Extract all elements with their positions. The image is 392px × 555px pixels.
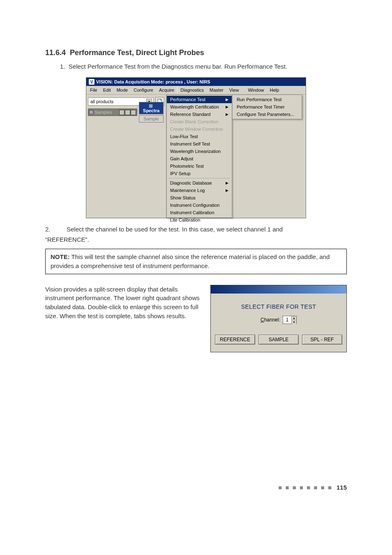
menu-diagnostics[interactable]: Diagnostics — [177, 87, 207, 93]
step-1: 1. Select Performance Test from the Diag… — [60, 63, 347, 70]
diagnostics-menu: Performance Test▶ Wavelength Certificati… — [166, 95, 232, 218]
submenu-arrow-icon: ▶ — [226, 97, 228, 102]
menu-separator — [168, 178, 230, 178]
note-text: This will test the sample channel also s… — [51, 253, 330, 269]
menu-instrument-configuration[interactable]: Instrument Configuration — [167, 201, 232, 209]
section-heading: 11.6.4 Performance Test, Direct Light Pr… — [45, 49, 347, 57]
step-2-prefix: 2. — [45, 226, 54, 233]
paragraph-split-screen: Vision provides a split-screen display t… — [45, 285, 205, 352]
section-title-text: Performance Test, Direct Light Probes — [70, 49, 204, 57]
menu-gain-adjust[interactable]: Gain Adjust — [167, 155, 232, 162]
submenu-run-performance-test[interactable]: Run Performance Test — [233, 96, 302, 103]
menu-wavelength-linearization[interactable]: Wavelength Linearization — [167, 148, 232, 155]
note-box: NOTE: This will test the sample channel … — [45, 249, 347, 274]
samples-window-title: Samples _ □ × — [88, 109, 137, 116]
submenu-arrow-icon: ▶ — [226, 112, 228, 116]
page-number: 115 — [337, 484, 347, 491]
step-2: 2. Select the channel to be used for the… — [45, 226, 347, 233]
menu-reference-standard[interactable]: Reference Standard▶ — [167, 111, 232, 118]
channel-value: 1 — [283, 316, 291, 324]
performance-test-submenu: Run Performance Test Performance Test Ti… — [232, 95, 302, 119]
reference-button[interactable]: REFERENCE — [215, 335, 255, 345]
samples-label: Samples — [95, 110, 112, 115]
titlebar-text: VISION: Data Acquisition Mode: process ,… — [96, 79, 210, 84]
menu-ipv-setup[interactable]: IPV Setup — [167, 170, 232, 177]
left-pane: all products ▼ Samples — [86, 95, 166, 218]
page-footer: ■ ■ ■ ■ ■ ■ ■ ■115 — [45, 484, 347, 491]
menu-configure[interactable]: Configure — [131, 87, 156, 93]
spin-down-icon[interactable]: ▼ — [291, 320, 296, 324]
maximize-icon[interactable]: □ — [125, 110, 130, 115]
spin-up-icon[interactable]: ▲ — [291, 316, 296, 320]
close-icon[interactable]: × — [131, 110, 136, 115]
channel-spinner[interactable]: 1 ▲ ▼ — [283, 316, 297, 324]
tab-sample[interactable]: Sample — [139, 115, 164, 123]
dialog-heading: SELECT FIBER FOR TEST — [215, 303, 342, 310]
menu-view[interactable]: View — [226, 87, 242, 93]
menu-create-window-correction: Create Window Correction — [167, 125, 232, 133]
app-window: V VISION: Data Acquisition Mode: process… — [86, 77, 306, 218]
note-label: NOTE: — [51, 253, 70, 260]
menu-maintenance-log[interactable]: Maintenance Log▶ — [167, 187, 232, 194]
menu-photometric-test[interactable]: Photometric Test — [167, 162, 232, 170]
select-fiber-dialog: SELECT FIBER FOR TEST Channel: 1 ▲ ▼ REF… — [210, 285, 347, 352]
menu-file[interactable]: File — [87, 87, 100, 93]
dialog-titlebar — [211, 285, 346, 294]
menu-instrument-self-test[interactable]: Instrument Self Test — [167, 140, 232, 148]
menu-instrument-calibration[interactable]: Instrument Calibration — [167, 209, 232, 216]
app-logo-icon: V — [89, 79, 95, 85]
menu-diagnostic-database[interactable]: Diagnostic Database▶ — [167, 179, 232, 187]
app-menubar: File Edit Mode Configure Acquire Diagnos… — [86, 86, 306, 95]
menu-lite-calibration[interactable]: Lite Calibration — [167, 216, 232, 224]
submenu-arrow-icon: ▶ — [226, 181, 228, 185]
submenu-arrow-icon: ▶ — [226, 188, 228, 192]
step-1-prefix: 1. — [60, 63, 65, 70]
menu-help[interactable]: Help — [267, 87, 282, 93]
sample-button[interactable]: SAMPLE — [258, 335, 299, 345]
product-dropdown-value: all products — [90, 99, 113, 104]
spectra-icon — [149, 104, 153, 108]
step-1-text: Select Performance Test from the Diagnos… — [69, 63, 287, 70]
menu-low-flux-test[interactable]: Low-Flux Test — [167, 133, 232, 140]
menu-window[interactable]: Window — [245, 87, 267, 93]
menu-mode[interactable]: Mode — [114, 87, 131, 93]
samples-icon — [89, 110, 93, 114]
section-number: 11.6.4 — [45, 49, 66, 57]
tab-spectra[interactable]: Spectra — [139, 102, 164, 114]
menu-wavelength-certification[interactable]: Wavelength Certification▶ — [167, 103, 232, 111]
menu-create-blank-correction: Create Blank Correction — [167, 118, 232, 125]
submenu-arrow-icon: ▶ — [226, 105, 228, 109]
minimize-icon[interactable]: _ — [119, 110, 125, 115]
submenu-performance-test-timer[interactable]: Performance Test Timer — [233, 103, 302, 111]
menu-acquire[interactable]: Acquire — [156, 87, 177, 93]
submenu-configure-test-parameters[interactable]: Configure Test Parameters... — [233, 111, 302, 118]
menu-edit[interactable]: Edit — [100, 87, 114, 93]
step-2-line1: Select the channel to be used for the te… — [67, 226, 283, 233]
menu-show-status[interactable]: Show Status — [167, 194, 232, 201]
menu-master[interactable]: Master — [207, 87, 226, 93]
spl-ref-button[interactable]: SPL - REF — [302, 335, 342, 345]
app-titlebar: V VISION: Data Acquisition Mode: process… — [86, 78, 306, 86]
channel-label: Channel: — [261, 317, 280, 323]
menu-performance-test[interactable]: Performance Test▶ — [167, 96, 232, 103]
footer-dots-icon: ■ ■ ■ ■ ■ ■ ■ ■ — [278, 484, 332, 491]
step-2-line2: “REFERENCE”. — [45, 236, 347, 243]
